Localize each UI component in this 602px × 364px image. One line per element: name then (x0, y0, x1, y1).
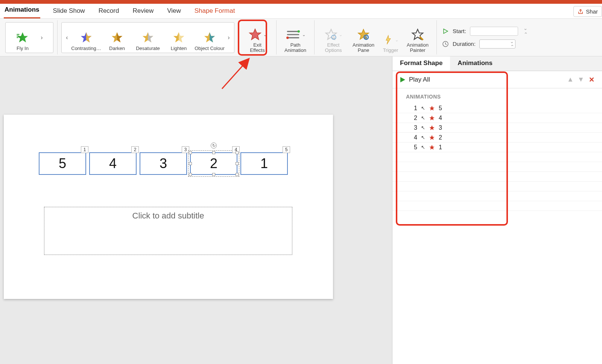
bolt-icon (383, 33, 394, 47)
share-label: Shar (586, 8, 598, 15)
anim-order-tag[interactable]: 1 (81, 146, 88, 153)
cursor-icon: ↖ (421, 115, 425, 121)
svg-marker-22 (358, 29, 369, 39)
effect-object-colour[interactable]: Object Colour (194, 23, 225, 52)
right-panel-tabs: Format Shape Animations (392, 56, 602, 71)
exit-effects-button[interactable]: ⌄ ExitEffects (242, 20, 272, 55)
animation-pane-body: Play All ▲ ▼ ✕ ANIMATIONS 1 ↖ 5 2 ↖ 4 3 (392, 71, 602, 364)
shape-box-selected[interactable]: ↻ 4 2 (190, 152, 237, 175)
list-empty-row (392, 182, 602, 191)
gallery-prev-icon[interactable]: ‹ (63, 34, 71, 41)
star-icon (172, 31, 185, 44)
duration-label: Duration: (453, 41, 476, 47)
animation-painter-button[interactable]: AnimationPainter (403, 20, 433, 55)
svg-marker-30 (429, 135, 434, 140)
shape-text: 3 (160, 156, 167, 171)
anim-order-tag[interactable]: 3 (182, 146, 189, 153)
anim-target: 2 (439, 134, 442, 141)
resize-handle[interactable] (236, 151, 239, 154)
animations-list-header: ANIMATIONS (392, 88, 602, 103)
exit-star-icon (429, 125, 435, 131)
shape-box[interactable]: 5 1 (240, 152, 288, 175)
shape-box[interactable]: 2 4 (89, 152, 137, 175)
move-down-icon[interactable]: ▼ (577, 76, 585, 83)
share-button[interactable]: Shar (573, 6, 602, 17)
animation-list-item[interactable]: 4 ↖ 2 (392, 133, 602, 143)
star-icon (16, 31, 29, 44)
star-icon (248, 27, 262, 42)
entrance-effects-gallery[interactable]: Fly In › (5, 22, 53, 53)
effect-desaturate[interactable]: Desaturate (132, 23, 163, 52)
play-all-bar: Play All ▲ ▼ ✕ (392, 71, 602, 88)
move-up-icon[interactable]: ▲ (567, 76, 574, 83)
list-empty-row (392, 201, 602, 211)
svg-marker-31 (429, 145, 434, 150)
animation-pane-button[interactable]: AnimationPane (348, 20, 379, 55)
effect-darken[interactable]: Darken (102, 23, 132, 52)
anim-order-tag[interactable]: 5 (283, 146, 290, 153)
chevron-down-icon: ⌄ (263, 32, 267, 37)
workspace: 1 1 5 2 4 3 3 ↻ 4 2 (0, 56, 602, 364)
svg-marker-29 (429, 125, 434, 130)
list-empty-row (392, 172, 602, 182)
resize-handle[interactable] (212, 173, 215, 176)
shape-box[interactable]: 3 3 (140, 152, 187, 175)
anim-order-tag[interactable]: 2 (131, 146, 139, 153)
gallery-next-icon[interactable]: › (225, 34, 233, 41)
tab-review[interactable]: Review (132, 4, 154, 18)
animation-list-item[interactable]: 3 ↖ 3 (392, 123, 602, 133)
svg-marker-9 (148, 32, 153, 42)
ribbon-tabs: Animations Slide Show Record Review View… (0, 4, 602, 19)
animation-list-item[interactable]: 1 ↖ 5 (392, 103, 602, 113)
tab-record[interactable]: Record (98, 4, 120, 18)
exit-star-icon (429, 105, 435, 111)
tab-animations-pane[interactable]: Animations (450, 56, 500, 71)
resize-handle[interactable] (236, 173, 239, 176)
close-icon[interactable]: ✕ (588, 76, 595, 84)
shape-row: 1 5 2 4 3 3 ↻ 4 2 (39, 152, 288, 175)
tab-view[interactable]: View (166, 4, 182, 18)
effect-label: Contrasting… (71, 46, 101, 51)
tab-format-shape[interactable]: Format Shape (392, 56, 450, 71)
effect-label: Darken (109, 46, 125, 51)
svg-point-24 (365, 36, 367, 38)
play-icon[interactable] (399, 76, 406, 83)
resize-handle[interactable] (236, 162, 239, 165)
effect-contrasting[interactable]: Contrasting… (71, 23, 102, 52)
shape-box[interactable]: 1 5 (39, 152, 86, 175)
subtitle-placeholder[interactable]: Click to add subtitle (44, 207, 292, 255)
effect-fly-in[interactable]: Fly In (7, 23, 38, 52)
star-gear-icon (357, 27, 370, 42)
rotate-handle-icon[interactable]: ↻ (211, 143, 217, 149)
start-input[interactable] (470, 27, 518, 36)
tab-shape-format[interactable]: Shape Format (194, 4, 236, 18)
animation-list-item[interactable]: 5 ↖ 1 (392, 143, 602, 152)
cursor-icon: ↖ (421, 105, 425, 111)
clock-icon (442, 41, 449, 47)
tab-slideshow[interactable]: Slide Show (52, 4, 86, 18)
gallery-next-icon[interactable]: › (38, 34, 46, 41)
emphasis-effects-gallery[interactable]: ‹ Contrasting… Darken Desaturate Lighten… (61, 22, 234, 53)
anim-order: 3 (412, 124, 417, 131)
app-titlebar (0, 0, 602, 4)
star-icon (111, 31, 123, 44)
start-spin[interactable] (522, 27, 529, 36)
slide-editor-area[interactable]: 1 1 5 2 4 3 3 ↻ 4 2 (0, 56, 392, 364)
svg-point-18 (297, 30, 299, 32)
path-animation-button[interactable]: ⌄ PathAnimation (280, 20, 310, 55)
resize-handle[interactable] (189, 173, 192, 176)
timing-group: Start: Duration: (437, 20, 534, 55)
anim-target: 5 (439, 105, 442, 112)
effect-lighten[interactable]: Lighten (163, 23, 194, 52)
list-empty-row (392, 191, 602, 201)
resize-handle[interactable] (189, 151, 192, 154)
effect-options-button: ⌄ EffectOptions (318, 20, 348, 55)
shape-text: 4 (109, 156, 117, 171)
duration-input[interactable] (479, 39, 515, 49)
animation-list-item[interactable]: 2 ↖ 4 (392, 113, 602, 123)
play-all-label[interactable]: Play All (409, 76, 430, 83)
resize-handle[interactable] (212, 151, 215, 154)
resize-handle[interactable] (189, 162, 192, 165)
entrance-gallery-group: Fly In › (2, 20, 58, 55)
tab-animations[interactable]: Animations (4, 3, 40, 18)
